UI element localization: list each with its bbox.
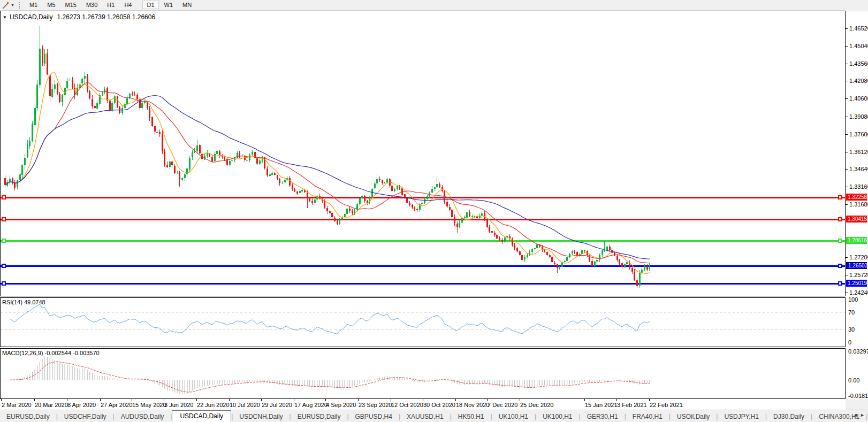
date-tick-mark bbox=[132, 399, 132, 401]
chart-tab-uk100-h1[interactable]: UK100,H1 bbox=[536, 411, 578, 422]
horizontal-line-1.30415[interactable] bbox=[1, 218, 845, 221]
price-tick-label: 1.36120 bbox=[849, 149, 868, 155]
price-tick-mark bbox=[846, 204, 848, 205]
macd-signal-line bbox=[10, 362, 650, 392]
timeframe-button-m5[interactable]: M5 bbox=[43, 1, 59, 9]
timeframe-button-m1[interactable]: M1 bbox=[25, 1, 42, 9]
chart-tab-usdchf-daily[interactable]: USDCHF,Daily bbox=[58, 411, 113, 422]
tab-scroll-right-icon[interactable]: ► bbox=[860, 412, 867, 418]
date-label: 2 Mar 2020 bbox=[2, 402, 32, 408]
macd-axis-label: 0.00 bbox=[848, 377, 859, 383]
date-tick-mark bbox=[34, 399, 35, 401]
tab-scroll-left-icon[interactable]: ◄ bbox=[853, 412, 860, 418]
price-tick-mark bbox=[846, 152, 848, 152]
macd-histogram bbox=[5, 357, 650, 394]
date-label: 4 Sep 2020 bbox=[326, 402, 356, 408]
macd-label: MACD(12,26,9) -0.002544 -0.003570 bbox=[2, 350, 100, 356]
timeframe-button-m15[interactable]: M15 bbox=[61, 1, 81, 9]
date-label: 25 Dec 2020 bbox=[520, 402, 553, 408]
moving-average-7 bbox=[5, 73, 650, 274]
price-line-badge: 1.30415 bbox=[846, 216, 867, 222]
date-label: 3 Jun 2020 bbox=[164, 402, 193, 408]
date-tick-mark bbox=[584, 399, 585, 401]
date-label: 15 May 2020 bbox=[132, 402, 166, 408]
timeframe-button-w1[interactable]: W1 bbox=[160, 1, 178, 9]
rsi-indicator-panel[interactable]: RSI(14) 49.0748 bbox=[0, 297, 846, 347]
chart-tab-audusd-daily[interactable]: AUDUSD,Daily bbox=[115, 411, 171, 422]
price-tick-mark bbox=[846, 81, 848, 81]
price-tick-label: 1.24240 bbox=[849, 289, 868, 296]
timeframe-buttons: M1M5M15M30H1H4D1W1MN bbox=[25, 2, 196, 9]
macd-axis-label: 0.032972 bbox=[848, 348, 868, 355]
date-label: 7 Dec 2020 bbox=[488, 402, 517, 408]
price-line-badge: 1.28616 bbox=[846, 237, 867, 244]
price-line-badge: 1.32258 bbox=[846, 194, 867, 201]
chart-tab-ger30-h1[interactable]: GER30,H1 bbox=[581, 411, 625, 422]
date-label: 8 Apr 2020 bbox=[67, 402, 96, 408]
chart-tab-usoil-daily[interactable]: USOil,Daily bbox=[671, 411, 716, 422]
date-tick-mark bbox=[520, 399, 520, 401]
chart-tool-button[interactable]: ▼ bbox=[0, 1, 17, 10]
price-tick-label: 1.42080 bbox=[849, 78, 868, 84]
price-tick-label: 1.43560 bbox=[849, 60, 868, 67]
chart-tab-gbpusd-h4[interactable]: GBPUSD,H4 bbox=[349, 411, 399, 422]
horizontal-line-1.32258[interactable] bbox=[1, 196, 845, 199]
price-tick-mark bbox=[846, 28, 848, 29]
chart-ohlc-values: 1.26273 1.26739 1.26058 1.26606 bbox=[57, 13, 156, 21]
price-tick-mark bbox=[846, 98, 848, 99]
chart-tab-dj30-daily[interactable]: DJ30,Daily bbox=[767, 411, 811, 422]
macd-indicator-panel[interactable]: MACD(12,26,9) -0.002544 -0.003570 bbox=[0, 348, 846, 399]
date-tick-mark bbox=[487, 399, 488, 401]
date-label: 27 Apr 2020 bbox=[101, 402, 132, 408]
price-tick-label: 1.34640 bbox=[849, 166, 868, 172]
chart-tab-usdcad-daily[interactable]: USDCAD,Daily bbox=[172, 410, 231, 422]
price-tick-mark bbox=[846, 117, 848, 117]
chart-tab-eurusd-daily[interactable]: EURUSD,Daily bbox=[0, 411, 56, 422]
horizontal-line-1.25019[interactable] bbox=[1, 282, 845, 285]
date-label: 12 Oct 2020 bbox=[391, 402, 423, 408]
price-tick-mark bbox=[846, 169, 848, 170]
date-label: 22 Jun 2020 bbox=[197, 402, 230, 408]
chart-tab-usdjpy-h1[interactable]: USDJPY,H1 bbox=[718, 411, 765, 422]
price-tick-label: 1.45040 bbox=[849, 43, 868, 49]
date-tick-mark bbox=[455, 399, 456, 401]
date-tick-mark bbox=[196, 399, 197, 401]
date-axis[interactable]: 2 Mar 202020 Mar 20208 Apr 202027 Apr 20… bbox=[0, 399, 846, 410]
candles bbox=[4, 26, 651, 288]
chart-tab-eurusd-daily[interactable]: EURUSD,Daily bbox=[291, 411, 347, 422]
rsi-axis-label: 0 bbox=[848, 339, 851, 346]
candlestick-chart-canvas[interactable] bbox=[1, 11, 845, 296]
timeframe-button-h1[interactable]: H1 bbox=[103, 1, 119, 9]
chart-tab-fra40-h1[interactable]: FRA40,H1 bbox=[626, 411, 669, 422]
timeframe-button-mn[interactable]: MN bbox=[178, 1, 196, 9]
date-label: 30 Oct 2020 bbox=[423, 402, 455, 408]
chart-tab-bar: EURUSD,Daily|USDCHF,Daily|AUDUSD,Daily|U… bbox=[0, 410, 868, 422]
timeframe-button-m30[interactable]: M30 bbox=[82, 1, 102, 9]
rsi-axis-label: 100 bbox=[848, 296, 858, 303]
date-tick-mark bbox=[67, 399, 67, 401]
chart-tab-hk50-h1[interactable]: HK50,H1 bbox=[452, 411, 491, 422]
date-label: 15 Jan 2021 bbox=[585, 402, 618, 408]
main-chart-panel[interactable]: ▼ USDCAD,Daily 1.26273 1.26739 1.26058 1… bbox=[0, 11, 846, 296]
price-tick-label: 1.27200 bbox=[849, 254, 868, 260]
rsi-axis-label: 70 bbox=[848, 309, 855, 316]
chart-tab-usdcnh-daily[interactable]: USDCNH,Daily bbox=[233, 411, 289, 422]
timeframe-button-d1[interactable]: D1 bbox=[142, 1, 158, 9]
chart-tab-uk100-h1[interactable]: UK100,H1 bbox=[492, 411, 535, 422]
macd-chart-canvas bbox=[1, 349, 845, 398]
date-label: 22 Feb 2021 bbox=[650, 402, 683, 408]
price-tick-mark bbox=[846, 257, 848, 258]
price-axis[interactable]: 1.465201.450401.435601.420801.406001.390… bbox=[846, 11, 868, 399]
price-tick-mark bbox=[846, 275, 848, 275]
horizontal-line-1.28616[interactable] bbox=[1, 239, 845, 242]
price-line-badge: 1.26503 bbox=[846, 262, 867, 269]
timeframe-button-h4[interactable]: H4 bbox=[120, 1, 136, 9]
price-tick-mark bbox=[846, 293, 848, 293]
price-tick-label: 1.33160 bbox=[849, 183, 868, 190]
timeframe-toolbar: ▼ M1M5M15M30H1H4D1W1MN bbox=[0, 0, 868, 10]
toolbar-grip[interactable] bbox=[19, 2, 21, 9]
date-label: 18 Nov 2020 bbox=[456, 402, 489, 408]
chart-tab-xauusd-h1[interactable]: XAUUSD,H1 bbox=[400, 411, 450, 422]
date-tick-mark bbox=[164, 399, 164, 401]
date-label: 3 Feb 2021 bbox=[617, 402, 647, 408]
